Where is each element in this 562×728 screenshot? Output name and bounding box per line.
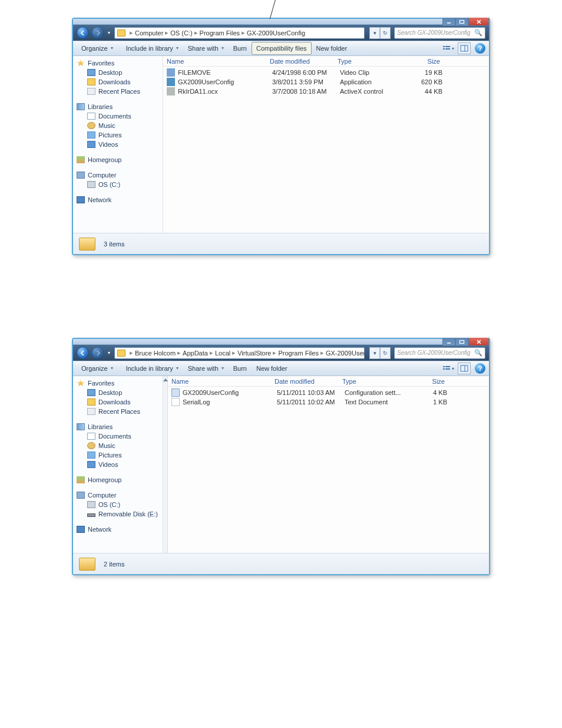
nav-recent-places[interactable]: Recent Places [75,87,163,96]
back-button[interactable] [77,27,89,39]
minimize-button[interactable] [442,18,455,26]
back-button[interactable] [77,347,89,359]
breadcrumb[interactable]: VirtualStore [237,350,271,357]
nav-network[interactable]: Network [75,195,163,205]
refresh-button[interactable]: ↻ [380,347,391,359]
breadcrumb[interactable]: AppData [183,350,208,357]
compatibility-files-button[interactable]: Compatibility files [252,42,312,55]
maximize-button[interactable] [455,18,468,26]
breadcrumb[interactable]: Program Files [278,350,318,357]
col-name[interactable]: Name [167,58,270,65]
nav-documents[interactable]: Documents [75,111,163,121]
address-bar[interactable]: ▸ Computer ▸ OS (C:) ▸ Program Files ▸ G… [114,27,365,39]
share-with-button[interactable]: Share with [183,361,229,375]
search-input[interactable]: Search GX-2009UserConfig 🔍 [394,347,485,359]
refresh-button[interactable]: ↻ [380,27,391,39]
help-button[interactable]: ? [475,363,485,374]
nav-os-c[interactable]: OS (C:) [75,180,163,189]
nav-pictures[interactable]: Pictures [75,130,163,140]
col-size[interactable]: Size [402,58,444,65]
nav-recent-places[interactable]: Recent Places [75,407,163,416]
col-type[interactable]: Type [342,378,407,385]
nav-homegroup[interactable]: Homegroup [75,155,163,164]
view-mode-button[interactable] [441,42,456,54]
nav-history-dropdown[interactable]: ▾ [106,28,112,38]
address-dropdown-button[interactable]: ▾ [369,347,380,359]
nav-libraries[interactable]: Libraries [75,422,163,431]
minimize-button[interactable] [442,338,455,346]
nav-desktop[interactable]: Desktop [75,68,163,77]
burn-button[interactable]: Burn [229,361,252,375]
activex-icon [167,87,175,95]
nav-os-c[interactable]: OS (C:) [75,500,163,509]
address-dropdown-button[interactable]: ▾ [369,27,380,39]
include-in-library-button[interactable]: Include in library [121,361,183,375]
nav-downloads[interactable]: Downloads [75,77,163,87]
new-folder-button[interactable]: New folder [252,361,292,375]
nav-music[interactable]: Music [75,121,163,130]
main-area: Favorites Desktop Downloads Recent Place… [73,376,489,553]
computer-icon [77,492,85,499]
breadcrumb[interactable]: GX-2009UserConfig [247,29,305,37]
col-date[interactable]: Date modified [275,378,342,385]
include-in-library-button[interactable]: Include in library [121,41,183,55]
nav-computer[interactable]: Computer [75,170,163,180]
nav-removable-disk[interactable]: Removable Disk (E:) [75,509,163,519]
nav-pictures[interactable]: Pictures [75,450,163,460]
share-with-button[interactable]: Share with [183,41,229,55]
file-row[interactable]: FILEMOVE 4/24/1998 6:00 PM Video Clip 19… [167,68,485,77]
nav-homegroup[interactable]: Homegroup [75,475,163,485]
nav-downloads[interactable]: Downloads [75,397,163,407]
videos-icon [87,141,95,148]
nav-documents[interactable]: Documents [75,431,163,441]
nav-favorites[interactable]: Favorites [75,378,163,388]
close-button[interactable] [468,338,489,346]
file-row[interactable]: GX2009UserConfig 5/11/2011 10:03 AM Conf… [171,388,485,397]
nav-network[interactable]: Network [75,525,163,534]
nav-videos[interactable]: Videos [75,140,163,149]
help-button[interactable]: ? [475,43,485,54]
nav-music[interactable]: Music [75,441,163,450]
breadcrumb[interactable]: Program Files [200,29,240,37]
organize-button[interactable]: Organize [77,361,118,375]
title-bar[interactable] [73,19,489,25]
preview-pane-button[interactable] [458,363,471,374]
nav-desktop[interactable]: Desktop [75,388,163,397]
breadcrumb[interactable]: Bruce Holcom [135,350,176,357]
burn-button[interactable]: Burn [229,41,252,55]
homegroup-icon [77,156,85,163]
col-type[interactable]: Type [338,58,402,65]
breadcrumb[interactable]: OS (C:) [170,29,192,37]
maximize-button[interactable] [455,338,468,346]
nav-libraries[interactable]: Libraries [75,102,163,111]
forward-button[interactable] [91,347,104,359]
file-row[interactable]: SerialLog 5/11/2011 10:02 AM Text Docume… [171,397,485,407]
search-input[interactable]: Search GX-2009UserConfig 🔍 [394,27,485,39]
new-folder-button[interactable]: New folder [312,41,352,55]
organize-button[interactable]: Organize [77,41,118,55]
breadcrumb[interactable]: Local [215,350,230,357]
forward-button[interactable] [91,27,104,39]
svg-rect-4 [443,46,445,47]
nav-videos[interactable]: Videos [75,460,163,469]
address-bar[interactable]: ▸ Bruce Holcom ▸ AppData ▸ Local ▸ Virtu… [114,347,365,359]
disk-icon [87,181,95,188]
address-bar-row: ▾ ▸ Bruce Holcom ▸ AppData ▸ Local ▸ Vir… [73,345,489,361]
view-mode-button[interactable] [441,363,456,374]
file-row[interactable]: RkIrDA11.ocx 3/7/2008 10:18 AM ActiveX c… [167,87,485,96]
file-row[interactable]: GX2009UserConfig 3/8/2011 3:59 PM Applic… [167,77,485,87]
title-bar[interactable] [73,339,489,345]
col-name[interactable]: Name [171,378,275,385]
col-size[interactable]: Size [407,378,448,385]
nav-computer[interactable]: Computer [75,490,163,500]
preview-pane-button[interactable] [458,42,471,54]
col-date[interactable]: Date modified [270,58,338,65]
breadcrumb[interactable]: Computer [135,29,163,37]
nav-favorites[interactable]: Favorites [75,58,163,68]
nav-history-dropdown[interactable]: ▾ [106,348,112,358]
svg-rect-5 [445,46,450,47]
text-icon [171,398,180,406]
close-button[interactable] [468,18,489,26]
navpane-resizer[interactable] [163,376,168,553]
breadcrumb[interactable]: GX-2009UserConfig [326,350,365,357]
